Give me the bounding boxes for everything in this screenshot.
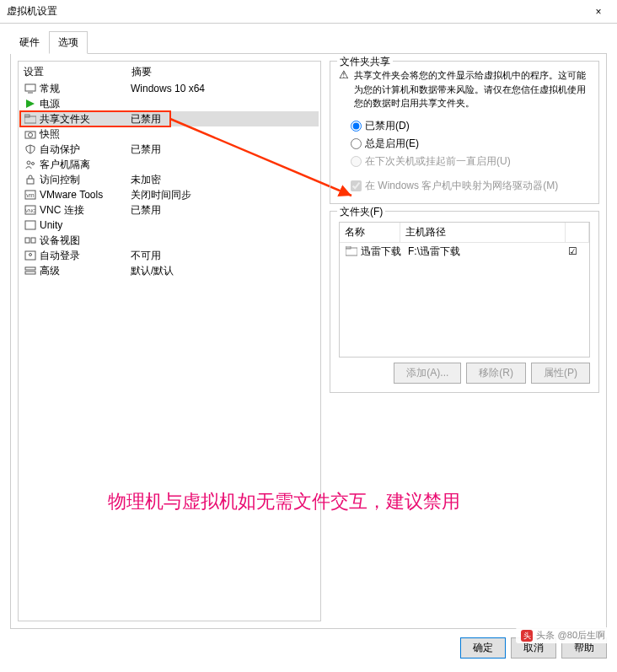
checkbox-map-input xyxy=(351,180,362,191)
list-item-summary: 未加密 xyxy=(131,173,315,187)
tab-strip: 硬件 选项 xyxy=(10,30,607,54)
warning-icon: ⚠ xyxy=(339,68,349,81)
checkbox-map-drive: 在 Windows 客户机中映射为网络驱动器(M) xyxy=(339,177,590,195)
list-item[interactable]: 自动登录不可用 xyxy=(20,248,319,263)
svg-rect-14 xyxy=(25,221,35,229)
watermark: 头 头条 @80后生啊 xyxy=(516,627,610,643)
folder-col-name: 名称 xyxy=(340,223,400,242)
svg-point-18 xyxy=(30,254,32,256)
monitor-icon xyxy=(24,83,37,94)
vnc-icon: VNC xyxy=(24,204,37,216)
shield-icon xyxy=(24,143,37,155)
list-item-summary: 已禁用 xyxy=(131,203,315,218)
list-item-label: Unity xyxy=(40,219,131,231)
list-item-label: 电源 xyxy=(40,97,131,111)
tab-options[interactable]: 选项 xyxy=(49,31,88,54)
svg-rect-20 xyxy=(25,271,35,274)
radio-always[interactable]: 总是启用(E) xyxy=(339,135,590,153)
folder-table: 名称 主机路径 迅雷下载 F:\迅雷下载 ☑ xyxy=(339,222,590,358)
radio-always-input[interactable] xyxy=(351,138,362,149)
camera-icon xyxy=(24,128,37,140)
radio-until-input xyxy=(351,156,362,167)
list-item-summary: Windows 10 x64 xyxy=(131,83,315,94)
svg-point-7 xyxy=(27,161,30,164)
svg-marker-2 xyxy=(26,99,35,108)
list-item-label: 自动保护 xyxy=(40,142,131,157)
group-title-folders: 文件夹(F) xyxy=(337,205,385,219)
vm-icon: vm xyxy=(24,189,37,201)
list-item[interactable]: 自动保护已禁用 xyxy=(20,142,319,157)
folder-enabled-check[interactable]: ☑ xyxy=(561,245,584,257)
folders-group: 文件夹(F) 名称 主机路径 迅雷下载 F:\迅雷下载 ☑ xyxy=(330,211,599,393)
list-item-summary: 已禁用 xyxy=(131,112,315,126)
device-icon xyxy=(24,234,37,246)
list-item-label: 常规 xyxy=(40,82,131,96)
group-title-sharing: 文件夹共享 xyxy=(337,55,393,69)
list-item-label: 高级 xyxy=(40,264,131,278)
folder-icon xyxy=(24,113,37,125)
radio-disabled[interactable]: 已禁用(D) xyxy=(339,117,590,135)
list-item[interactable]: 共享文件夹已禁用 xyxy=(20,111,319,126)
close-button[interactable]: × xyxy=(580,0,617,24)
folder-row[interactable]: 迅雷下载 F:\迅雷下载 ☑ xyxy=(340,243,589,261)
list-item-summary: 不可用 xyxy=(131,249,315,263)
adv-icon xyxy=(24,265,37,277)
col-summary: 摘要 xyxy=(131,65,315,79)
window-title: 虚拟机设置 xyxy=(7,4,57,19)
folder-sharing-group: 文件夹共享 ⚠ 共享文件夹会将您的文件显示给虚拟机中的程序。这可能为您的计算机和… xyxy=(330,61,599,204)
watermark-handle: @80后生啊 xyxy=(558,629,605,642)
watermark-prefix: 头条 xyxy=(536,629,555,642)
list-item-label: 访问控制 xyxy=(40,173,131,187)
svg-rect-16 xyxy=(31,238,35,243)
unity-icon xyxy=(24,219,37,231)
col-setting: 设置 xyxy=(24,65,131,79)
svg-text:VNC: VNC xyxy=(25,208,36,213)
svg-text:vm: vm xyxy=(26,192,35,198)
list-item-summary: 已禁用 xyxy=(131,142,315,157)
list-item-label: 客户机隔离 xyxy=(40,158,131,172)
add-folder-button: 添加(A)... xyxy=(394,363,461,384)
list-item[interactable]: vmVMware Tools关闭时间同步 xyxy=(20,187,319,202)
svg-rect-0 xyxy=(25,84,35,91)
list-item-label: VNC 连接 xyxy=(40,203,131,218)
radio-disabled-input[interactable] xyxy=(351,121,362,132)
list-item-label: 共享文件夹 xyxy=(40,112,131,126)
list-item-summary: 关闭时间同步 xyxy=(131,188,315,202)
list-item[interactable]: Unity xyxy=(20,218,319,233)
list-item[interactable]: 电源 xyxy=(20,96,319,111)
people-icon xyxy=(24,159,37,170)
folder-col-check xyxy=(566,223,589,242)
list-item[interactable]: 常规Windows 10 x64 xyxy=(20,81,319,96)
power-icon xyxy=(24,98,37,110)
svg-rect-9 xyxy=(27,179,34,184)
svg-rect-19 xyxy=(25,267,35,270)
list-item[interactable]: 高级默认/默认 xyxy=(20,263,319,278)
list-item-label: 快照 xyxy=(40,127,131,142)
list-item-label: 设备视图 xyxy=(40,234,131,248)
remove-folder-button: 移除(R) xyxy=(466,363,526,384)
svg-point-6 xyxy=(29,133,33,137)
radio-until-poweroff: 在下次关机或挂起前一直启用(U) xyxy=(339,153,590,170)
svg-point-8 xyxy=(32,163,35,165)
list-item-label: 自动登录 xyxy=(40,249,131,263)
titlebar: 虚拟机设置 × xyxy=(0,0,617,24)
lock-icon xyxy=(24,174,37,185)
warning-text: 共享文件夹会将您的文件显示给虚拟机中的程序。这可能为您的计算机和数据带来风险。请… xyxy=(354,68,590,110)
list-item[interactable]: 快照 xyxy=(20,126,319,142)
list-item[interactable]: 访问控制未加密 xyxy=(20,172,319,187)
list-item[interactable]: VNCVNC 连接已禁用 xyxy=(20,202,319,218)
login-icon xyxy=(24,250,37,261)
annotation-text: 物理机与虚拟机如无需文件交互，建议禁用 xyxy=(108,489,460,514)
folder-path: F:\迅雷下载 xyxy=(408,245,561,259)
folder-col-path: 主机路径 xyxy=(400,223,566,242)
list-item[interactable]: 客户机隔离 xyxy=(20,157,319,172)
list-item-summary: 默认/默认 xyxy=(131,264,315,278)
folder-icon xyxy=(345,245,358,257)
list-item[interactable]: 设备视图 xyxy=(20,233,319,248)
close-icon: × xyxy=(595,6,601,18)
list-header: 设置 摘要 xyxy=(20,63,319,81)
folder-name: 迅雷下载 xyxy=(361,245,408,259)
svg-text:头: 头 xyxy=(523,632,530,640)
tab-hardware[interactable]: 硬件 xyxy=(10,31,49,54)
ok-button[interactable]: 确定 xyxy=(460,637,506,659)
